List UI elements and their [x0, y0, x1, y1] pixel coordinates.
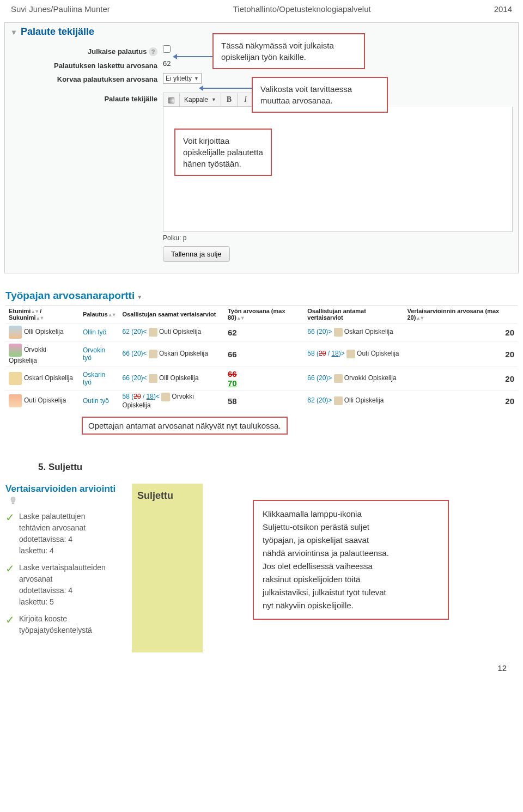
- publish-checkbox[interactable]: [163, 45, 171, 53]
- check-icon: ✓: [5, 512, 15, 557]
- section-5-title: 5. Suljettu: [38, 462, 523, 473]
- override-label: Korvaa palautuksen arvosana: [10, 73, 163, 83]
- publish-label: Julkaise palautus: [88, 47, 147, 56]
- table-row: Outi Opiskelija Outin työ 58 (20 / 18)< …: [5, 390, 518, 412]
- paragraph-select[interactable]: Kappale▼: [179, 93, 221, 107]
- header-mid: Tietohallinto/Opetusteknologiapalvelut: [233, 4, 371, 14]
- collapse-icon[interactable]: ▼: [10, 28, 17, 36]
- feedback-label: Palaute tekijälle: [10, 93, 163, 103]
- save-close-button[interactable]: Tallenna ja sulje: [163, 246, 230, 262]
- editor-path: Polku: p: [163, 232, 513, 246]
- page-number: 12: [0, 652, 523, 683]
- report-title: Työpajan arvosanaraportti▼: [5, 290, 523, 302]
- override-select[interactable]: Ei ylitetty▼: [163, 73, 202, 84]
- table-row: Orvokki Opiskelija Orvokin työ 66 (20)< …: [5, 341, 518, 367]
- sort-icon[interactable]: ▲▼: [108, 312, 115, 318]
- header-left: Suvi Junes/Pauliina Munter: [11, 4, 110, 14]
- avatar: [9, 326, 22, 339]
- callout-table: Opettajan antamat arvosanat näkyvät nyt …: [82, 417, 288, 435]
- sort-icon[interactable]: ▲▼: [416, 315, 423, 321]
- bold-button[interactable]: B: [221, 93, 237, 107]
- grade-link[interactable]: 66 (20)<: [123, 374, 147, 382]
- work-link[interactable]: Orvokin työ: [83, 346, 105, 362]
- check-icon: ✓: [5, 563, 15, 608]
- callout-suljettu: Klikkaamalla lamppu-ikonia Suljettu-otsi…: [253, 500, 449, 620]
- grade-link[interactable]: 66 (20)>: [307, 328, 332, 335]
- sort-icon[interactable]: ▲▼: [31, 309, 38, 314]
- grade-link[interactable]: 62 (20)>: [307, 396, 332, 404]
- eval-item: ✓ Laske vertaispalautteidenarvosanatodot…: [5, 562, 125, 608]
- grade-link[interactable]: 58 (20 / 18)>: [307, 350, 344, 357]
- suljettu-box: Suljettu: [132, 484, 203, 652]
- work-link[interactable]: Outin työ: [83, 397, 109, 405]
- toolbar-expand-icon[interactable]: ▦: [163, 93, 179, 107]
- calculated-label: Palautuksen laskettu arvosana: [10, 59, 163, 70]
- calculated-value: 62: [163, 59, 171, 68]
- eval-item: ✓ Kirjoita koostetyöpajatyöskentelystä: [5, 613, 125, 636]
- grade-link[interactable]: 66 (20)>: [307, 374, 332, 382]
- work-link[interactable]: Oskarin työ: [83, 371, 105, 386]
- arrow-2: [200, 88, 252, 89]
- grade-link[interactable]: 62 (20)<: [123, 328, 147, 335]
- editor-textarea[interactable]: Voit kirjoittaa opiskelijalle palautetta…: [163, 107, 513, 232]
- eval-panel: Vertaisarvioiden arviointi ✓ Laske palau…: [5, 484, 125, 642]
- help-icon[interactable]: ?: [149, 47, 157, 56]
- work-link[interactable]: Ollin työ: [83, 328, 106, 336]
- callout-change-grade: Valikosta voit tarvittaessamuuttaa arvos…: [252, 77, 388, 113]
- sort-icon[interactable]: ▲▼: [36, 315, 44, 321]
- override-grade: 70: [228, 378, 237, 388]
- avatar: [9, 372, 22, 385]
- table-row: Olli Opiskelija Ollin työ 62 (20)< Outi …: [5, 323, 518, 341]
- header-right: 2014: [494, 4, 512, 14]
- callout-publish: Tässä näkymässä voit julkaistaopiskelija…: [212, 33, 365, 69]
- eval-item: ✓ Laske palautettujentehtävien arvosanat…: [5, 511, 125, 557]
- arrow-1: [174, 56, 212, 57]
- sort-icon[interactable]: ▲▼: [236, 315, 244, 321]
- table-header-row: Etunimi▲▼ / Sukunimi▲▼ Palautus▲▼ Osalli…: [5, 306, 518, 323]
- doc-header: Suvi Junes/Pauliina Munter Tietohallinto…: [0, 0, 523, 18]
- italic-button[interactable]: I: [237, 93, 253, 107]
- avatar: [9, 394, 22, 407]
- bulb-icon[interactable]: [9, 496, 17, 505]
- chevron-down-icon[interactable]: ▼: [137, 294, 142, 300]
- check-icon: ✓: [5, 614, 15, 636]
- grades-table: Etunimi▲▼ / Sukunimi▲▼ Palautus▲▼ Osalli…: [5, 305, 518, 411]
- grade-link[interactable]: 58 (20 / 18)<: [123, 393, 160, 400]
- chevron-down-icon: ▼: [194, 76, 199, 81]
- callout-write: Voit kirjoittaa opiskelijalle palautetta…: [174, 129, 272, 176]
- grade-link[interactable]: 66 (20)<: [123, 350, 147, 357]
- table-row: Oskari Opiskelija Oskarin työ 66 (20)< O…: [5, 367, 518, 390]
- avatar: [9, 344, 22, 357]
